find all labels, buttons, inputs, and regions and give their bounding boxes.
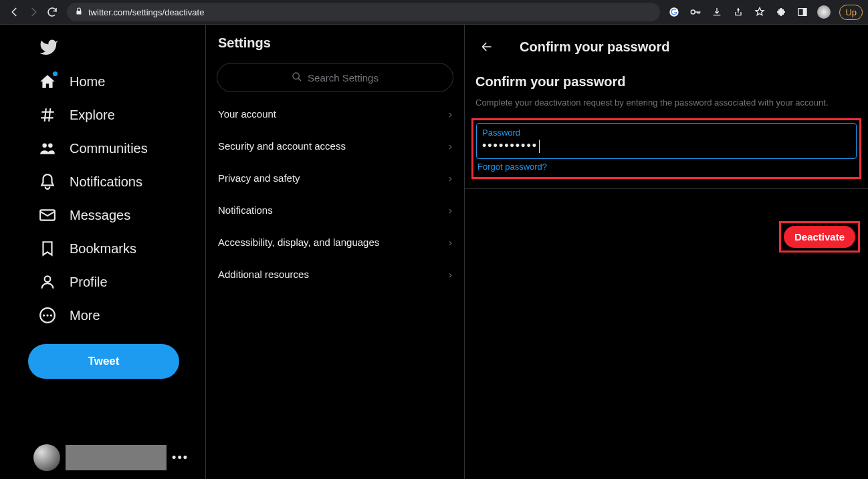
chevron-right-icon: › (449, 204, 452, 216)
bell-icon (39, 173, 56, 190)
nav-label: Explore (70, 108, 115, 123)
person-icon (39, 273, 56, 291)
svg-point-11 (50, 314, 52, 316)
svg-point-12 (293, 73, 299, 79)
avatar (33, 444, 60, 471)
divider (465, 188, 868, 189)
nav-label: Communities (70, 141, 148, 156)
back-button[interactable] (475, 35, 498, 58)
password-key-icon[interactable] (687, 3, 704, 21)
share-icon[interactable] (730, 3, 747, 21)
main-header: Confirm your password (465, 33, 868, 67)
svg-point-5 (48, 143, 53, 148)
browser-toolbar: Up (665, 3, 863, 21)
section-title: Confirm your password (465, 67, 868, 95)
chevron-right-icon: › (449, 108, 452, 120)
bookmark-star-icon[interactable] (751, 3, 768, 21)
deactivate-highlight-annotation: Deactivate (779, 221, 860, 253)
nav-label: More (70, 308, 100, 323)
text-caret (539, 140, 540, 153)
download-icon[interactable] (708, 3, 726, 21)
tweet-button[interactable]: Tweet (28, 344, 179, 379)
nav-label: Bookmarks (70, 241, 136, 257)
password-input[interactable]: Password •••••••••• (476, 123, 857, 159)
search-icon (292, 71, 302, 84)
svg-point-1 (691, 10, 695, 14)
primary-nav: Home Explore Communities Notifications M… (0, 25, 206, 479)
settings-item-label: Additional resources (218, 269, 309, 280)
help-text: Complete your deactivation request by en… (465, 95, 868, 118)
svg-rect-3 (803, 9, 806, 16)
settings-item-label: Notifications (218, 204, 273, 216)
nav-communities[interactable]: Communities (28, 132, 205, 165)
browser-bar: twitter.com/settings/deactivate Up (0, 0, 868, 25)
people-icon (39, 140, 56, 157)
settings-item-label: Privacy and safety (218, 172, 300, 184)
chevron-right-icon: › (449, 236, 452, 248)
hashtag-icon (39, 106, 56, 124)
nav-label: Home (70, 74, 105, 90)
profile-avatar-icon[interactable] (815, 3, 833, 21)
nav-label: Messages (70, 208, 130, 223)
settings-item-additional[interactable]: Additional resources › (206, 258, 464, 290)
password-value: •••••••••• (482, 138, 851, 153)
mail-icon (39, 206, 56, 224)
svg-point-10 (46, 314, 48, 316)
settings-item-your-account[interactable]: Your account › (206, 98, 464, 130)
google-account-icon[interactable] (665, 3, 683, 21)
settings-item-security[interactable]: Security and account access › (206, 130, 464, 162)
chevron-right-icon: › (449, 269, 452, 280)
bookmark-icon (39, 240, 56, 257)
svg-point-7 (45, 276, 51, 282)
twitter-logo[interactable] (28, 31, 205, 65)
search-placeholder: Search Settings (308, 72, 378, 84)
nav-profile[interactable]: Profile (28, 265, 205, 299)
settings-item-privacy[interactable]: Privacy and safety › (206, 162, 464, 194)
address-bar[interactable]: twitter.com/settings/deactivate (67, 3, 660, 21)
password-highlight-annotation: Password •••••••••• Forgot password? (471, 118, 861, 179)
svg-point-9 (43, 314, 45, 316)
sidepanel-icon[interactable] (794, 3, 811, 21)
account-switcher[interactable]: ••• (33, 444, 189, 471)
search-settings-input[interactable]: Search Settings (217, 63, 453, 92)
nav-label: Notifications (70, 174, 142, 190)
forgot-password-link[interactable]: Forgot password? (476, 159, 857, 174)
browser-forward-button[interactable] (24, 3, 43, 21)
settings-item-notifications[interactable]: Notifications › (206, 194, 464, 226)
settings-item-label: Your account (218, 108, 276, 120)
settings-item-accessibility[interactable]: Accessibility, display, and languages › (206, 226, 464, 258)
svg-point-4 (42, 143, 46, 148)
more-circle-icon (39, 307, 56, 324)
settings-title: Settings (206, 33, 464, 63)
settings-item-label: Security and account access (218, 140, 346, 152)
extensions-icon[interactable] (772, 3, 790, 21)
app-root: Home Explore Communities Notifications M… (0, 25, 868, 479)
nav-more[interactable]: More (28, 299, 205, 332)
nav-bookmarks[interactable]: Bookmarks (28, 232, 205, 265)
browser-update-button[interactable]: Up (839, 5, 863, 20)
chevron-right-icon: › (449, 172, 452, 184)
nav-explore[interactable]: Explore (28, 98, 205, 132)
deactivate-button[interactable]: Deactivate (784, 226, 855, 248)
home-icon (39, 73, 56, 90)
lock-icon (75, 7, 83, 17)
nav-notifications[interactable]: Notifications (28, 165, 205, 198)
nav-home[interactable]: Home (28, 65, 205, 98)
chevron-right-icon: › (449, 140, 452, 152)
settings-column: Settings Search Settings Your account › … (206, 25, 465, 479)
nav-label: Profile (70, 275, 108, 290)
more-dots-icon: ••• (172, 451, 189, 465)
browser-reload-button[interactable] (43, 3, 62, 21)
nav-messages[interactable]: Messages (28, 198, 205, 232)
password-label: Password (482, 128, 851, 138)
page-title: Confirm your password (520, 39, 669, 55)
url-text: twitter.com/settings/deactivate (88, 7, 204, 17)
browser-back-button[interactable] (5, 3, 24, 21)
settings-item-label: Accessibility, display, and languages (218, 236, 379, 248)
main-column: Confirm your password Confirm your passw… (465, 25, 868, 479)
account-name-redacted (66, 445, 167, 470)
